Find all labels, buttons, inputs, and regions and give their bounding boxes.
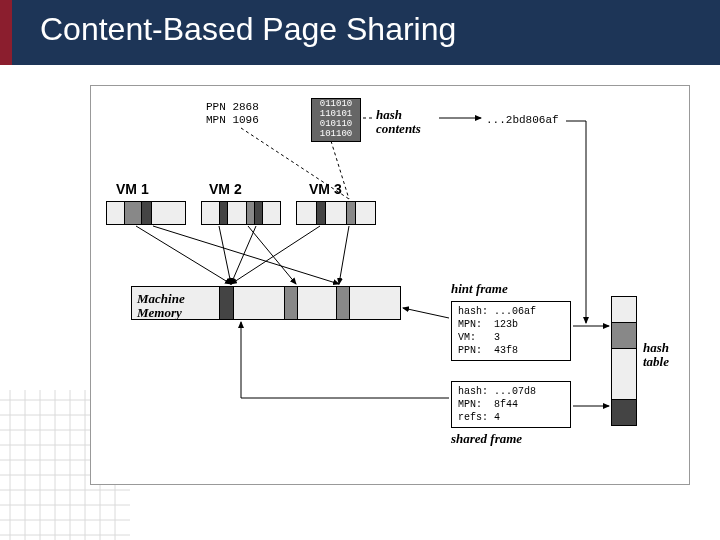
- hint-frame-label: hint frame: [451, 281, 508, 297]
- hash-table-label: hashtable: [643, 341, 669, 370]
- svg-line-29: [403, 308, 449, 318]
- hash-value: ...2bd806af: [486, 114, 559, 126]
- svg-line-27: [231, 226, 320, 284]
- shared-refs: refs: 4: [458, 412, 500, 423]
- diagram-container: PPN 2868 MPN 1096 011010 110101 010110 1…: [90, 85, 690, 485]
- svg-line-24: [219, 226, 231, 284]
- svg-line-22: [136, 226, 231, 284]
- shared-hash: hash: ...07d8: [458, 386, 536, 397]
- shared-frame-label: shared frame: [451, 431, 522, 447]
- svg-line-28: [339, 226, 349, 284]
- hint-frame-box: hash: ...06af MPN: 123b VM: 3 PPN: 43f8: [451, 301, 571, 361]
- bits-box: 011010 110101 010110 101100: [311, 98, 361, 142]
- svg-line-26: [231, 226, 256, 284]
- vm1-label: VM 1: [116, 181, 149, 197]
- svg-line-25: [248, 226, 296, 284]
- vm3-label: VM 3: [309, 181, 342, 197]
- svg-line-23: [153, 226, 339, 284]
- slide-title: Content-Based Page Sharing: [0, 0, 720, 65]
- vm2-mem: [201, 201, 281, 225]
- vm2-label: VM 2: [209, 181, 242, 197]
- hint-mpn: MPN: 123b: [458, 319, 518, 330]
- arrows: [91, 86, 689, 484]
- hash-table: [611, 296, 637, 426]
- vm1-mem: [106, 201, 186, 225]
- shared-frame-box: hash: ...07d8 MPN: 8f44 refs: 4: [451, 381, 571, 428]
- hint-vm: VM: 3: [458, 332, 500, 343]
- hint-hash: hash: ...06af: [458, 306, 536, 317]
- hint-ppn: PPN: 43f8: [458, 345, 518, 356]
- ppn-mpn-text: PPN 2868 MPN 1096: [206, 101, 259, 127]
- shared-mpn: MPN: 8f44: [458, 399, 518, 410]
- hash-contents-label: hashcontents: [376, 108, 421, 137]
- vm3-mem: [296, 201, 376, 225]
- machine-memory-label: MachineMemory: [137, 292, 185, 321]
